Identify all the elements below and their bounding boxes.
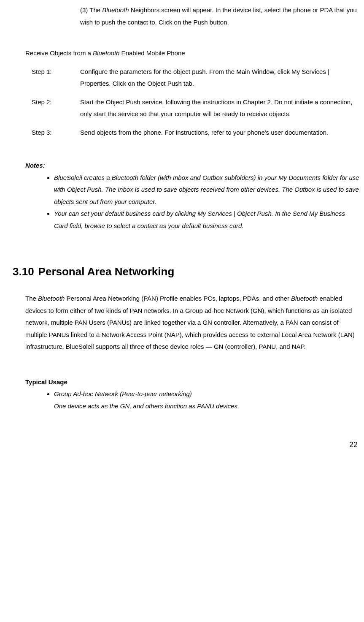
step-row-1: Step 1: Configure the parameters for the… xyxy=(32,66,360,90)
notes-heading: Notes: xyxy=(25,160,360,172)
page-number: 22 xyxy=(13,437,360,452)
notes-list: BlueSoleil creates a Bluetooth folder (w… xyxy=(42,172,360,232)
typical-usage-heading: Typical Usage xyxy=(25,376,360,388)
bluetooth-term: Bluetooth xyxy=(102,6,129,14)
section-body: The Bluetooth Personal Area Networking (… xyxy=(25,293,360,353)
usage-item: Group Ad-hoc Network (Peer-to-peer netwo… xyxy=(54,388,360,412)
notes-item: Your can set your default business card … xyxy=(54,208,360,232)
bluetooth-term: Bluetooth xyxy=(291,295,318,302)
body-pre: The xyxy=(25,295,38,302)
step-row-3: Step 3: Send objects from the phone. For… xyxy=(32,127,360,139)
receive-heading-pre: Receive Objects from a xyxy=(25,49,93,57)
bluetooth-term: Bluetooth xyxy=(38,295,65,302)
step3-prefix: (3) The xyxy=(80,6,102,14)
step-row-2: Step 2: Start the Object Push service, f… xyxy=(32,96,360,120)
step-continuation: (3) The Bluetooth Neighbors screen will … xyxy=(80,4,360,28)
section-number: 3.10 xyxy=(13,261,34,282)
step-label: Step 3: xyxy=(32,127,80,139)
receive-heading: Receive Objects from a Bluetooth Enabled… xyxy=(25,47,360,60)
step-text: Configure the parameters for the object … xyxy=(80,66,360,90)
section-heading: 3.10Personal Area Networking xyxy=(13,261,360,282)
step-label: Step 1: xyxy=(32,66,80,90)
step-text: Start the Object Push service, following… xyxy=(80,96,360,120)
body-post: enabled devices to form either of two ki… xyxy=(25,295,355,350)
usage-list: Group Ad-hoc Network (Peer-to-peer netwo… xyxy=(42,388,360,412)
body-mid: Personal Area Networking (PAN) Profile e… xyxy=(65,295,291,302)
usage-item-title: Group Ad-hoc Network (Peer-to-peer netwo… xyxy=(54,390,192,397)
bluetooth-term: Bluetooth xyxy=(93,49,119,57)
usage-item-body: One device acts as the GN, and others fu… xyxy=(54,402,239,410)
step-label: Step 2: xyxy=(32,96,80,120)
section-title: Personal Area Networking xyxy=(38,265,175,278)
notes-item: BlueSoleil creates a Bluetooth folder (w… xyxy=(54,172,360,208)
step-text: Send objects from the phone. For instruc… xyxy=(80,127,360,139)
receive-heading-post: Enabled Mobile Phone xyxy=(119,49,185,57)
